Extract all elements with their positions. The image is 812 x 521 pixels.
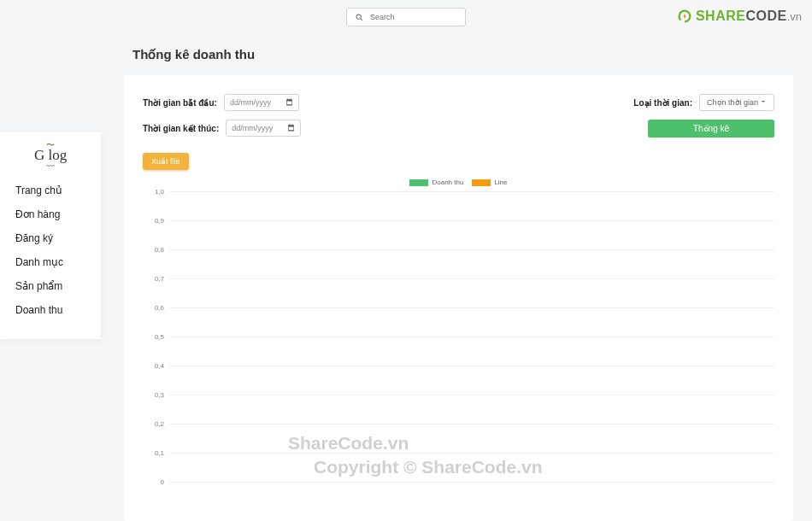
chart-ytick: 0,9 (145, 217, 164, 225)
search-input[interactable] (370, 13, 456, 21)
start-date-label: Thời gian bắt đầu: (143, 98, 217, 108)
sidebar-item-revenue[interactable]: Doanh thu (0, 298, 101, 322)
chart-gridline (169, 424, 774, 424)
search-box[interactable] (346, 8, 466, 26)
search-icon (356, 9, 370, 25)
chart-ytick: 0,5 (145, 333, 164, 341)
chart-gridline (169, 249, 774, 250)
sidebar: 〜 G log 〰 Trang chủ Đơn hàng Đăng ký Dan… (0, 132, 101, 339)
chart-gridline (169, 307, 774, 308)
sidebar-logo: 〜 G log 〰 (0, 139, 101, 179)
legend-item-revenue[interactable]: Doanh thu (409, 179, 463, 186)
legend-label: Line (494, 179, 507, 186)
page-title: Thống kê doanh thu (132, 47, 255, 62)
legend-swatch (472, 179, 491, 186)
end-date-label: Thời gian kết thúc: (143, 124, 219, 133)
brand-logo: SHARECODE.vn (677, 9, 802, 24)
chart-area: Doanh thu Line 00,10,20,30,40,50,60,70,8… (143, 177, 774, 493)
sidebar-item-products[interactable]: Sản phẩm (0, 274, 101, 298)
stat-button[interactable]: Thống kê (648, 120, 774, 138)
main-card: Thời gian bắt đầu: dd/mm/yyyy Thời gian … (124, 75, 793, 521)
filter-type-row: Loại thời gian: Chọn thời gian (633, 94, 774, 111)
brand-code-text: CODE (745, 9, 786, 24)
chart-ytick: 0,6 (145, 304, 164, 312)
calendar-icon (285, 98, 293, 108)
chart-ytick: 0,4 (145, 362, 164, 370)
chart-ytick: 0 (145, 478, 164, 486)
sidebar-item-orders[interactable]: Đơn hàng (0, 202, 101, 226)
filter-end-row: Thời gian kết thúc: dd/mm/yyyy (143, 120, 301, 137)
chart-ytick: 0,7 (145, 275, 164, 283)
legend-label: Doanh thu (432, 179, 463, 186)
brand-share-text: SHARE (696, 9, 746, 24)
start-date-input[interactable]: dd/mm/yyyy (224, 94, 299, 111)
sidebar-item-label: Doanh thu (15, 304, 62, 316)
sidebar-item-label: Đăng ký (15, 232, 53, 244)
chart-gridline (169, 278, 774, 279)
chart-ytick: 1,0 (145, 188, 164, 196)
date-placeholder: dd/mm/yyyy (230, 98, 271, 107)
chart-gridline (169, 453, 774, 454)
legend-swatch (409, 179, 428, 186)
end-date-input[interactable]: dd/mm/yyyy (226, 120, 301, 137)
chart-gridline (169, 482, 774, 483)
chart-gridline (169, 191, 774, 192)
sidebar-item-label: Sản phẩm (15, 280, 62, 292)
filter-start-row: Thời gian bắt đầu: dd/mm/yyyy (143, 94, 301, 111)
export-button[interactable]: Xuất file (143, 153, 189, 170)
sidebar-item-label: Danh mục (15, 256, 63, 268)
chart-ytick: 0,8 (145, 246, 164, 254)
legend-item-line[interactable]: Line (472, 179, 507, 186)
chevron-down-icon (760, 98, 767, 107)
chart-legend: Doanh thu Line (143, 177, 774, 191)
date-placeholder: dd/mm/yyyy (232, 124, 273, 132)
filters-left: Thời gian bắt đầu: dd/mm/yyyy Thời gian … (143, 94, 301, 137)
sidebar-item-categories[interactable]: Danh mục (0, 250, 101, 274)
chart-ytick: 0,2 (145, 420, 164, 428)
sidebar-item-label: Trang chủ (15, 184, 62, 196)
chart-ytick: 0,3 (145, 391, 164, 399)
chart-gridline (169, 366, 774, 366)
filters: Thời gian bắt đầu: dd/mm/yyyy Thời gian … (143, 94, 774, 138)
sidebar-item-register[interactable]: Đăng ký (0, 226, 101, 250)
sidebar-item-label: Đơn hàng (15, 208, 60, 220)
calendar-icon (287, 124, 295, 133)
chart-gridline (169, 395, 774, 395)
brand-vn-text: .vn (787, 10, 802, 23)
type-select[interactable]: Chọn thời gian (699, 94, 774, 111)
brand-icon (677, 9, 692, 24)
select-value: Chọn thời gian (707, 98, 758, 107)
chart-ytick: 0,1 (145, 449, 164, 457)
chart-gridline (169, 337, 774, 337)
chart-grid: 00,10,20,30,40,50,60,70,80,91,0 (168, 191, 774, 482)
filters-right: Loại thời gian: Chọn thời gian Thống kê (633, 94, 774, 138)
svg-marker-0 (683, 14, 685, 19)
chart-gridline (169, 220, 774, 221)
sidebar-item-home[interactable]: Trang chủ (0, 179, 101, 202)
type-label: Loại thời gian: (633, 98, 692, 108)
